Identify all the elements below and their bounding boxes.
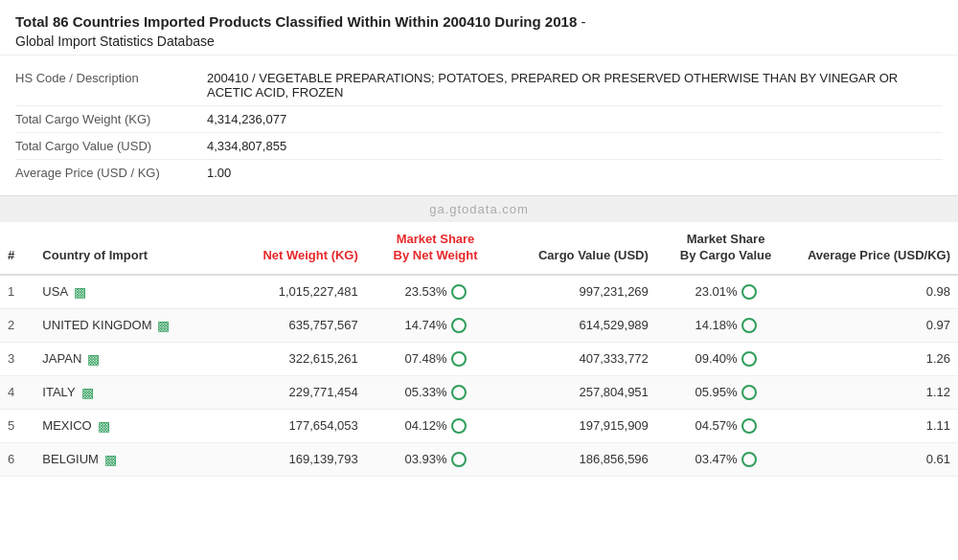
bar-chart-icon[interactable]: ▩ [98,418,110,434]
netweight-cell: 229,771,454 [226,375,365,409]
cargovalue-cell: 997,231,269 [505,275,656,309]
info-row: Average Price (USD / KG)1.00 [15,160,943,186]
marketshare-nw-value: 05.33% [404,385,446,399]
data-table-container: #Country of ImportNet Weight (KG)Market … [0,222,958,477]
info-label: Total Cargo Weight (KG) [15,112,207,126]
cargovalue-cell: 614,529,989 [505,308,656,342]
import-table: #Country of ImportNet Weight (KG)Market … [0,222,958,477]
pie-chart-cv-icon[interactable] [741,284,757,300]
pie-chart-icon[interactable] [451,385,467,400]
col-header-country: Country of Import [34,222,226,275]
bar-chart-icon[interactable]: ▩ [104,452,117,467]
marketshare-nw-cell: 14.74% [366,308,505,342]
marketshare-nw-cell: 23.53% [366,275,505,309]
pie-chart-cv-icon[interactable] [741,318,757,333]
bar-chart-icon[interactable]: ▩ [87,351,100,367]
page-title: Total 86 Countries Imported Products Cla… [15,11,943,32]
country-name: BELGIUM [42,452,99,466]
pie-chart-cv-icon[interactable] [741,452,757,467]
cargovalue-cell: 407,333,772 [505,342,656,375]
marketshare-nw-cell: 07.48% [366,342,505,375]
page-subtitle: Global Import Statistics Database [15,34,943,49]
marketshare-cv-cell: 05.95% [656,375,795,409]
info-value: 4,334,807,855 [207,139,286,153]
marketshare-cv-cell: 14.18% [656,308,795,342]
marketshare-nw-cell: 03.93% [366,442,505,476]
bar-chart-icon[interactable]: ▩ [157,318,170,333]
pie-chart-icon[interactable] [451,284,467,300]
info-value: 1.00 [207,166,231,180]
avgprice-cell: 1.12 [795,375,958,409]
rank-cell: 3 [0,342,34,375]
marketshare-cv-value: 05.95% [696,385,738,399]
col-header-avgprice: Average Price (USD/KG) [795,222,958,275]
avgprice-cell: 1.11 [795,409,958,442]
table-row: 1USA▩1,015,227,48123.53%997,231,26923.01… [0,275,958,309]
bar-chart-icon[interactable]: ▩ [74,284,86,300]
country-cell: UNITED KINGDOM▩ [34,308,226,342]
col-header-cargovalue: Cargo Value (USD) [505,222,656,275]
avgprice-cell: 0.98 [795,275,958,309]
country-name: JAPAN [42,351,81,366]
col-header-rank: # [0,222,34,275]
table-row: 3JAPAN▩322,615,26107.48%407,333,77209.40… [0,342,958,375]
avgprice-cell: 0.97 [795,308,958,342]
marketshare-cv-value: 03.47% [696,452,738,466]
country-name: USA [42,284,68,299]
rank-cell: 6 [0,442,34,476]
netweight-cell: 322,615,261 [226,342,365,375]
country-cell: MEXICO▩ [34,409,226,442]
col-header-marketshare_cv: Market ShareBy Cargo Value [656,222,795,275]
pie-chart-cv-icon[interactable] [741,418,757,434]
marketshare-cv-value: 09.40% [696,351,738,366]
marketshare-cv-cell: 09.40% [656,342,795,375]
marketshare-nw-value: 23.53% [404,284,446,299]
rank-cell: 2 [0,308,34,342]
country-cell: USA▩ [34,275,226,309]
marketshare-nw-cell: 05.33% [366,375,505,409]
marketshare-nw-value: 03.93% [404,452,446,466]
marketshare-nw-cell: 04.12% [366,409,505,442]
table-row: 4ITALY▩229,771,45405.33%257,804,95105.95… [0,375,958,409]
marketshare-nw-value: 07.48% [404,351,446,366]
marketshare-cv-value: 04.57% [696,418,738,433]
cargovalue-cell: 197,915,909 [505,409,656,442]
rank-cell: 4 [0,375,34,409]
pie-chart-icon[interactable] [451,351,467,367]
pie-chart-cv-icon[interactable] [741,385,757,400]
info-value: 4,314,236,077 [207,112,286,126]
rank-cell: 1 [0,275,34,309]
info-label: HS Code / Description [15,71,207,85]
info-label: Average Price (USD / KG) [15,166,207,180]
netweight-cell: 169,139,793 [226,442,365,476]
info-row: HS Code / Description200410 / VEGETABLE … [15,65,943,106]
pie-chart-icon[interactable] [451,318,467,333]
netweight-cell: 177,654,053 [226,409,365,442]
watermark: ga.gtodata.com [0,196,958,222]
rank-cell: 5 [0,409,34,442]
pie-chart-cv-icon[interactable] [741,351,757,367]
marketshare-cv-value: 14.18% [696,318,738,332]
table-row: 6BELGIUM▩169,139,79303.93%186,856,59603.… [0,442,958,476]
page-header: Total 86 Countries Imported Products Cla… [0,0,958,56]
country-name: ITALY [42,385,75,399]
marketshare-nw-value: 14.74% [404,318,446,332]
info-value: 200410 / VEGETABLE PREPARATIONS; POTATOE… [207,71,943,100]
avgprice-cell: 0.61 [795,442,958,476]
col-header-marketshare_nw: Market ShareBy Net Weight [366,222,505,275]
info-section: HS Code / Description200410 / VEGETABLE … [0,56,958,196]
table-row: 2UNITED KINGDOM▩635,757,56714.74%614,529… [0,308,958,342]
country-cell: BELGIUM▩ [34,442,226,476]
country-name: UNITED KINGDOM [42,318,151,332]
country-name: MEXICO [42,418,91,433]
pie-chart-icon[interactable] [451,452,467,467]
pie-chart-icon[interactable] [451,418,467,434]
bar-chart-icon[interactable]: ▩ [81,385,94,400]
info-row: Total Cargo Value (USD)4,334,807,855 [15,133,943,160]
country-cell: JAPAN▩ [34,342,226,375]
marketshare-nw-value: 04.12% [404,418,446,433]
cargovalue-cell: 186,856,596 [505,442,656,476]
marketshare-cv-cell: 03.47% [656,442,795,476]
netweight-cell: 635,757,567 [226,308,365,342]
marketshare-cv-value: 23.01% [696,284,738,299]
